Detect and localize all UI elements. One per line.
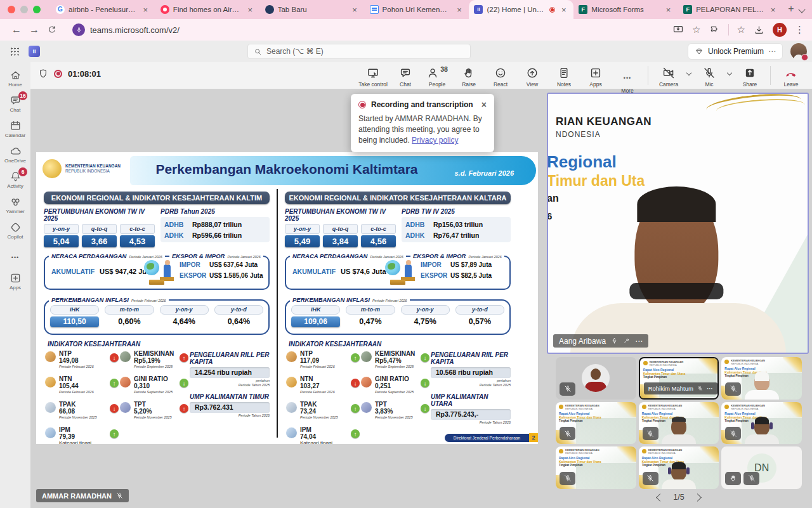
tab-close-icon[interactable] bbox=[246, 5, 255, 15]
privacy-policy-link[interactable]: Privacy policy bbox=[412, 136, 458, 145]
premium-more-icon[interactable] bbox=[768, 47, 776, 56]
akumulatif-label: AKUMULATIF bbox=[292, 268, 336, 275]
extension-icon[interactable] bbox=[709, 25, 720, 36]
indicator-icon bbox=[45, 351, 56, 362]
tab-close-icon[interactable] bbox=[454, 5, 464, 15]
site-permissions-mic-icon[interactable] bbox=[72, 23, 85, 36]
people-button[interactable]: 38 People bbox=[421, 62, 453, 88]
browser-profile-avatar[interactable]: H bbox=[773, 23, 787, 37]
more-options-icon[interactable] bbox=[635, 337, 643, 346]
unlock-premium-button[interactable]: Unlock Premium bbox=[688, 43, 783, 60]
tab-close-icon[interactable] bbox=[664, 5, 673, 15]
mic-options-chevron-icon[interactable] bbox=[725, 62, 734, 75]
participant-tile[interactable]: KEMENTERIAN KEUANGANREPUBLIK INDONESIA R… bbox=[639, 446, 719, 489]
window-minimize-button[interactable] bbox=[20, 6, 28, 13]
camera-button[interactable]: Camera bbox=[653, 62, 684, 88]
participant-tile[interactable]: KEMENTERIAN KEUANGANREPUBLIK INDONESIA R… bbox=[721, 357, 802, 400]
browser-tab[interactable]: (22) Home | Undangan bbox=[469, 0, 573, 19]
main-speaker-video[interactable]: RIAN KEUANGAN NDONESIA Regional Timur da… bbox=[547, 93, 809, 354]
back-button[interactable] bbox=[8, 21, 25, 39]
pin-icon[interactable] bbox=[623, 337, 630, 344]
reload-button[interactable] bbox=[43, 21, 61, 39]
mic-off-icon bbox=[703, 67, 716, 79]
tab-close-icon[interactable] bbox=[768, 5, 778, 15]
participant-tile[interactable]: KEMENTERIAN KEUANGANREPUBLIK INDONESIA R… bbox=[556, 446, 636, 489]
browser-tab[interactable]: airbnb - Penelusuran Googl bbox=[51, 0, 155, 19]
sidebar-item-chat[interactable]: 16 Chat bbox=[0, 91, 30, 116]
inflation-box: PERKEMBANGAN INFLASIPeriode Februari 202… bbox=[44, 299, 270, 335]
welfare-title: INDIKATOR KESEJAHTERAAN bbox=[289, 341, 511, 348]
sidebar-item-copilot[interactable]: Copilot bbox=[0, 218, 30, 243]
sidebar-item-onedrive[interactable]: OneDrive bbox=[0, 142, 30, 167]
apps-button[interactable]: Apps bbox=[580, 62, 612, 88]
sidebar-item-home[interactable]: Home bbox=[0, 66, 30, 91]
growth-value: 3,84 bbox=[323, 235, 358, 247]
sidebar-more-button[interactable] bbox=[0, 244, 30, 268]
bookmark-star-icon[interactable] bbox=[692, 24, 700, 36]
camera-options-chevron-icon[interactable] bbox=[684, 62, 693, 75]
notes-button[interactable]: Notes bbox=[548, 62, 580, 88]
chat-badge: 16 bbox=[18, 91, 27, 100]
participant-tile[interactable]: KEMENTERIAN KEUANGANREPUBLIK INDONESIA R… bbox=[639, 402, 719, 445]
react-button[interactable]: React bbox=[485, 62, 516, 88]
take-control-button[interactable]: Take control bbox=[357, 62, 390, 88]
home-icon bbox=[10, 69, 22, 81]
welfare-indicator: KEMISKINAN Rp5,47% Periode September 202… bbox=[361, 349, 429, 374]
participant-tile[interactable]: KEMENTERIAN KEUANGANREPUBLIK INDONESIA R… bbox=[556, 402, 636, 445]
chat-button[interactable]: Chat bbox=[390, 62, 421, 88]
panel-kaltim: EKONOMI REGIONAL & INDIKATOR KESEJAHTERA… bbox=[44, 192, 270, 440]
sidebar-item-calendar[interactable]: Calendar bbox=[0, 117, 30, 141]
forward-button[interactable] bbox=[25, 21, 43, 39]
participant-tile[interactable]: KEMENTERIAN KEUANGANREPUBLIK INDONESIA R… bbox=[556, 357, 636, 400]
sidebar-item-apps[interactable]: Apps bbox=[0, 269, 30, 294]
impor-label: IMPOR bbox=[421, 261, 447, 268]
downloads-icon[interactable] bbox=[754, 25, 764, 36]
window-zoom-button[interactable] bbox=[33, 6, 41, 13]
tab-close-icon[interactable] bbox=[350, 5, 360, 15]
inflation-value: 4,75% bbox=[401, 317, 450, 326]
more-options-icon[interactable] bbox=[707, 385, 713, 392]
pager-prev-chevron-icon[interactable] bbox=[656, 493, 664, 502]
sidebar-item-yammer[interactable]: Yammer bbox=[0, 193, 30, 218]
install-app-icon[interactable] bbox=[672, 24, 684, 36]
notification-title: Recording and transcription bbox=[371, 100, 473, 109]
background-mountain bbox=[576, 418, 636, 444]
url-field[interactable]: teams.microsoft.com/v2/ bbox=[90, 25, 180, 35]
search-input[interactable]: Search (⌥ ⌘ E) bbox=[247, 44, 471, 59]
indicator-value: 105,44 bbox=[59, 382, 108, 389]
close-icon[interactable] bbox=[481, 101, 487, 108]
raise-hand-button[interactable]: Raise bbox=[453, 62, 485, 88]
extensions-star-icon[interactable] bbox=[737, 24, 745, 36]
indicator-name: NTN bbox=[59, 375, 108, 382]
browser-menu-icon[interactable] bbox=[795, 24, 804, 36]
share-button[interactable]: Share bbox=[734, 62, 766, 88]
window-close-button[interactable] bbox=[8, 6, 15, 13]
sidebar-item-activity[interactable]: 6 Activity bbox=[0, 167, 30, 192]
participant-tile[interactable]: KEMENTERIAN KEUANGANREPUBLIK INDONESIA R… bbox=[639, 357, 719, 400]
participant-tile[interactable]: KEMENTERIAN KEUANGANREPUBLIK INDONESIA R… bbox=[721, 446, 802, 489]
pager-next-chevron-icon[interactable] bbox=[693, 493, 702, 502]
trend-arrow-icon bbox=[110, 404, 119, 413]
teams-profile-avatar[interactable] bbox=[790, 43, 807, 60]
kemenkeu-logo-icon bbox=[43, 159, 62, 178]
indicator-sub: Kategori tinggi bbox=[59, 440, 108, 444]
new-tab-button[interactable] bbox=[783, 0, 799, 19]
browser-tab[interactable]: Tab Baru bbox=[260, 0, 365, 19]
browser-tab[interactable]: Pohon Url Kemenkeu bbox=[365, 0, 469, 19]
sidebar-label: Calendar bbox=[5, 133, 25, 138]
view-button[interactable]: View bbox=[516, 62, 548, 88]
mic-button[interactable]: Mic bbox=[693, 62, 725, 88]
tab-search-chevron-icon[interactable] bbox=[799, 7, 804, 12]
tab-close-icon[interactable] bbox=[559, 5, 568, 15]
participant-tile[interactable]: KEMENTERIAN KEUANGANREPUBLIK INDONESIA R… bbox=[721, 402, 802, 445]
teams-logo[interactable]: ii bbox=[29, 46, 40, 57]
waffle-menu-icon[interactable] bbox=[10, 47, 20, 56]
browser-tab[interactable]: Microsoft Forms bbox=[573, 0, 678, 19]
browser-tab[interactable]: PELAPORAN PELAKSANAA bbox=[678, 0, 783, 19]
tab-close-icon[interactable] bbox=[141, 5, 150, 15]
more-button[interactable]: More bbox=[612, 62, 643, 94]
leave-button[interactable]: Leave bbox=[775, 62, 807, 88]
indicator-name: KEMISKINAN bbox=[375, 350, 419, 357]
sidebar-label: Copilot bbox=[8, 234, 23, 240]
browser-tab[interactable]: Find homes on Airbnb bbox=[155, 0, 260, 19]
